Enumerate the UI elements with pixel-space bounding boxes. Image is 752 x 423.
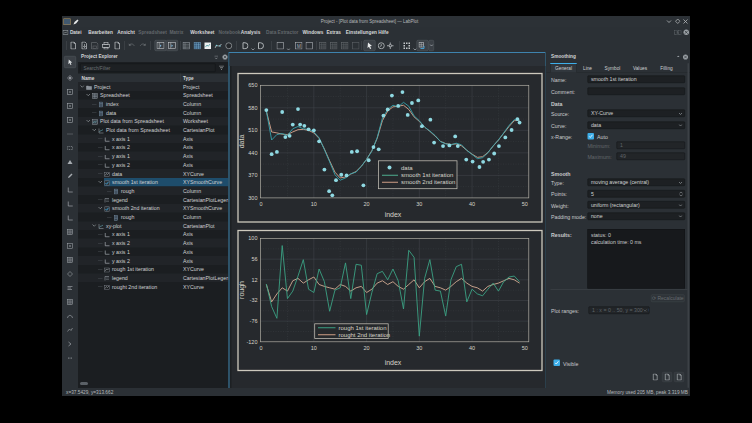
svg-text:0: 0 [259, 201, 262, 207]
svg-text:12: 12 [251, 277, 257, 283]
svg-text:10: 10 [311, 345, 317, 351]
svg-text:30: 30 [416, 201, 422, 207]
svg-text:40: 40 [469, 345, 475, 351]
svg-text:56: 56 [251, 256, 257, 262]
svg-text:rough: rough [238, 281, 246, 299]
svg-text:300: 300 [248, 195, 257, 201]
svg-text:rought 2nd iteration: rought 2nd iteration [338, 332, 390, 338]
svg-text:index: index [384, 211, 401, 218]
svg-text:580: 580 [248, 105, 257, 111]
svg-text:data: data [238, 135, 245, 149]
svg-text:20: 20 [363, 345, 369, 351]
svg-text:M: M [297, 43, 301, 48]
svg-text:50: 50 [522, 201, 528, 207]
svg-text:10: 10 [311, 201, 317, 207]
svg-text:index: index [384, 359, 401, 366]
svg-text:smooth 1st iteration: smooth 1st iteration [401, 172, 453, 178]
svg-text:rough 1st iteration: rough 1st iteration [338, 325, 386, 331]
svg-text:-32: -32 [249, 297, 257, 303]
svg-text:440: 440 [248, 150, 257, 156]
svg-text:-120: -120 [246, 339, 257, 345]
svg-text:0: 0 [259, 345, 262, 351]
svg-text:100: 100 [248, 235, 257, 241]
svg-text:-76: -76 [249, 318, 257, 324]
svg-text:data: data [401, 165, 413, 171]
svg-text:smooth 2nd iteration: smooth 2nd iteration [401, 179, 455, 185]
svg-text:20: 20 [363, 201, 369, 207]
svg-text:650: 650 [248, 82, 257, 88]
svg-text:50: 50 [522, 345, 528, 351]
svg-text:30: 30 [416, 345, 422, 351]
svg-text:40: 40 [469, 201, 475, 207]
svg-text:510: 510 [248, 127, 257, 133]
svg-text:370: 370 [248, 172, 257, 178]
